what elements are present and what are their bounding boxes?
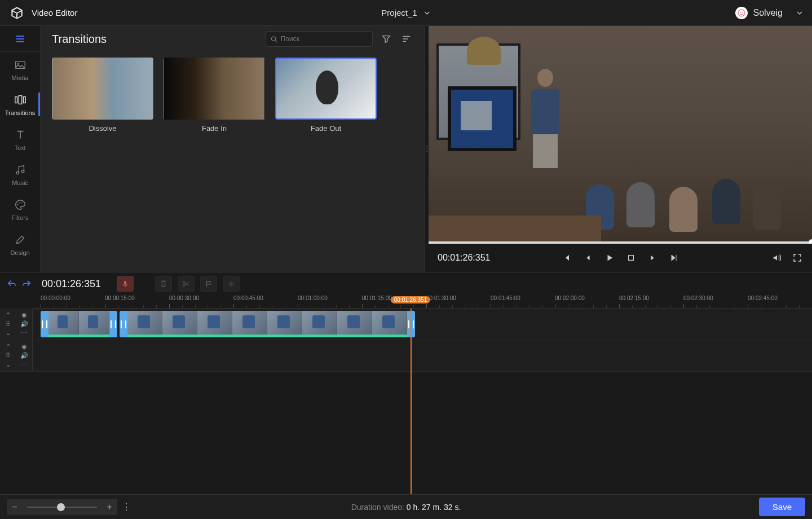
clip-handle-left[interactable] [41,311,48,337]
settings-button[interactable] [223,276,240,292]
sidebar-item-label: Filters [12,214,29,221]
prev-frame-button[interactable] [561,252,572,263]
palette-icon [14,199,27,211]
track-header: ⌃ ⠿ ⌄ ◉ 🔊 ⋯ [0,340,33,371]
step-back-button[interactable] [582,252,594,263]
playback-buttons [561,252,679,263]
fullscreen-icon [793,253,802,262]
track-drag-icon[interactable]: ⠿ [4,352,12,360]
zoom-out-button[interactable]: − [7,499,23,515]
track-audio-icon[interactable]: 🔊 [20,320,28,328]
timeline-track: ⌃ ⠿ ⌄ ◉ 🔊 ⋯ [0,340,812,372]
speaker-icon [772,253,782,263]
duration-display: Duration video: 0 h. 27 m. 32 s. [351,503,461,512]
sidebar-item-design[interactable]: Design [0,227,40,262]
track-visible-icon[interactable]: ◉ [20,311,28,319]
duration-value: 0 h. 27 m. 32 s. [407,503,461,512]
hamburger-icon [15,33,26,45]
track-more-icon[interactable]: ⋯ [20,329,28,337]
user-menu[interactable]: Solveig [735,7,803,19]
timeline-track: ⌃ ⠿ ⌄ ◉ 🔊 ⋯ [0,309,812,340]
clip-body[interactable] [127,311,407,337]
zoom-slider-knob[interactable] [57,503,65,511]
preview-viewport[interactable] [429,26,812,241]
sidebar-item-music[interactable]: Music [0,157,40,192]
filter-button[interactable] [379,32,393,46]
svg-point-17 [183,282,186,284]
step-forward-button[interactable] [647,252,658,263]
card-fade-out[interactable]: Fade Out [275,58,377,133]
sidebar: Media Transitions Text Music Filters Des… [0,26,41,272]
clip-handle-left[interactable] [120,311,127,337]
ruler-tick: 00:00:00:00 [41,295,70,301]
track-drag-icon[interactable]: ⠿ [4,320,12,328]
marker-button[interactable] [200,276,217,292]
search-input[interactable] [281,35,368,43]
card-label: Dissolve [52,124,153,133]
track-body[interactable] [33,309,812,340]
preview-right-controls [771,252,803,263]
card-fade-in[interactable]: Fade In [164,58,265,133]
playhead-line[interactable] [411,309,412,494]
track-visible-icon[interactable]: ◉ [20,343,28,351]
redo-icon [21,279,32,289]
timeline-clip[interactable] [120,311,415,337]
fullscreen-button[interactable] [792,252,803,263]
sidebar-item-transitions[interactable]: Transitions [0,87,40,122]
transition-cards: Dissolve Fade In Fade Out [41,52,425,138]
track-up-icon[interactable]: ⌃ [4,343,12,351]
preview-controls: 00:01:26:351 [429,244,812,272]
track-up-icon[interactable]: ⌃ [4,311,12,319]
svg-point-19 [230,283,232,285]
play-button[interactable] [604,252,615,263]
timeline: 00:01:26:351 00:01:26:351 00:00:00:0000:… [0,272,812,494]
timeline-ruler[interactable]: 00:01:26:351 00:00:00:0000:00:15:0000:00… [33,295,812,309]
volume-button[interactable] [771,252,783,263]
track-down-icon[interactable]: ⌄ [4,329,12,337]
brush-icon [14,234,27,246]
record-button[interactable] [117,276,134,292]
svg-point-11 [17,204,18,205]
track-audio-icon[interactable]: 🔊 [20,352,28,360]
ruler-tick: 00:01:00:00 [298,295,328,301]
delete-button[interactable] [155,276,172,292]
sidebar-item-text[interactable]: Text [0,122,40,157]
sort-button[interactable] [400,32,413,46]
undo-redo-group [7,279,32,289]
track-more-icon[interactable]: ⋯ [20,361,28,369]
user-name: Solveig [753,8,783,18]
playhead-badge[interactable]: 00:01:26:351 [391,296,430,304]
card-dissolve[interactable]: Dissolve [52,58,153,133]
timeline-current-time: 00:01:26:351 [42,278,101,290]
undo-button[interactable] [7,279,17,289]
sidebar-item-filters[interactable]: Filters [0,192,40,227]
zoom-control: − + ⋮ [7,499,132,515]
zoom-more-button[interactable]: ⋮ [121,499,132,515]
save-button[interactable]: Save [759,498,805,516]
duration-label: Duration video: [351,503,407,512]
svg-rect-6 [15,97,17,103]
svg-point-2 [740,11,741,12]
redo-button[interactable] [21,279,32,289]
hamburger-menu-button[interactable] [0,26,40,52]
track-down-icon[interactable]: ⌄ [4,361,12,369]
music-icon [14,164,27,176]
sidebar-item-media[interactable]: Media [0,52,40,87]
search-input-wrapper[interactable] [266,31,373,47]
timeline-clip[interactable] [41,311,117,337]
clip-handle-right[interactable] [109,311,117,337]
clip-body[interactable] [48,311,109,337]
svg-point-10 [21,170,24,173]
stop-button[interactable] [625,252,637,263]
svg-point-18 [183,284,186,287]
track-body[interactable] [33,340,812,371]
mic-icon [121,280,129,288]
next-frame-button[interactable] [668,252,679,263]
cut-button[interactable] [178,276,195,292]
app-logo-icon [9,5,25,21]
zoom-slider[interactable] [23,499,102,515]
gear-icon [227,280,235,288]
card-thumbnail [164,58,265,120]
project-dropdown[interactable]: Project_1 [381,8,430,17]
zoom-in-button[interactable]: + [102,499,117,515]
